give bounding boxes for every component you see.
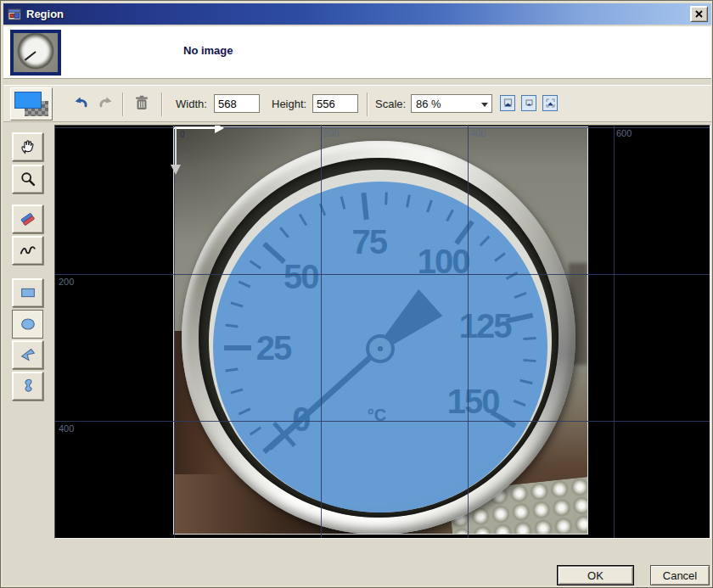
scale-value: 86 % (416, 98, 441, 110)
y-axis-arrowhead-icon (171, 165, 181, 175)
color-swatch-icon (14, 92, 42, 109)
gauge-photo: °C 0255075100125150 (174, 127, 587, 534)
polygon-region-tool-button[interactable] (12, 340, 43, 369)
toolbar-separator (161, 92, 163, 116)
scribble-icon (19, 241, 37, 260)
ellipse-icon (19, 315, 37, 333)
chevron-down-icon (481, 103, 488, 107)
toolbar-separator (122, 92, 124, 116)
thumbnail[interactable] (10, 30, 61, 76)
close-icon (695, 10, 703, 18)
undo-icon (71, 93, 90, 112)
ok-button[interactable]: OK (557, 565, 634, 585)
scale-combobox[interactable]: 86 % (411, 94, 492, 113)
thumbnail-gauge-image (14, 33, 58, 72)
undo-button[interactable] (70, 93, 91, 114)
redo-button[interactable] (96, 93, 116, 114)
delete-button[interactable] (132, 93, 152, 114)
form-icon (8, 8, 21, 21)
y-axis-arrow (175, 127, 177, 165)
zoom-actual-size-button[interactable] (521, 95, 536, 111)
zoom-tool-button[interactable] (12, 165, 43, 193)
zoom-actual-size-icon (524, 98, 535, 109)
pan-tool-button[interactable] (12, 132, 43, 161)
title-bar[interactable]: Region (3, 3, 711, 25)
gridline-vertical (614, 126, 615, 538)
origin-label: 0 (180, 130, 185, 139)
x-axis-arrowhead-icon (215, 125, 224, 133)
grid-label-x: 600 (616, 128, 632, 138)
grid-label-y: 200 (59, 277, 74, 287)
ellipse-selection-overlay[interactable] (213, 182, 547, 512)
region-dialog: Region No image (0, 0, 713, 588)
thumbnail-needle (25, 51, 36, 60)
hand-icon (19, 137, 37, 156)
editor-canvas[interactable]: °C 0255075100125150 200400600200400 0 (54, 125, 710, 539)
freeform-blob-icon (19, 377, 37, 395)
eraser-tool-button[interactable] (12, 204, 43, 233)
cancel-button[interactable]: Cancel (650, 565, 710, 585)
window-title: Region (26, 8, 64, 20)
eraser-icon (19, 210, 37, 228)
preview-panel: No image (3, 26, 711, 79)
zoom-in-view-button[interactable] (500, 95, 515, 111)
scale-label: Scale: (375, 98, 406, 110)
magnifier-icon (19, 170, 37, 188)
toolbar: Width: Height: Scale: 86 % (3, 85, 711, 122)
height-label: Height: (272, 98, 306, 110)
zoom-fit-icon (545, 98, 556, 109)
zoom-in-view-icon (502, 98, 514, 109)
width-input[interactable] (214, 94, 260, 113)
rectangle-region-tool-button[interactable] (12, 278, 43, 307)
zoom-fit-button[interactable] (542, 95, 558, 111)
polygon-icon (19, 345, 37, 364)
ellipse-region-tool-button[interactable] (12, 310, 43, 339)
x-axis-arrow (174, 127, 215, 129)
trash-icon (132, 93, 151, 112)
freehand-line-tool-button[interactable] (12, 236, 43, 265)
freeform-region-tool-button[interactable] (12, 372, 43, 400)
fill-color-button[interactable] (10, 87, 53, 120)
no-image-label: No image (183, 44, 233, 57)
toolbar-separator (367, 92, 368, 116)
height-input[interactable] (312, 94, 358, 113)
redo-icon (97, 93, 115, 112)
width-label: Width: (176, 98, 207, 110)
close-button[interactable] (690, 6, 708, 22)
rectangle-icon (19, 283, 37, 302)
grid-label-y: 400 (59, 423, 74, 434)
